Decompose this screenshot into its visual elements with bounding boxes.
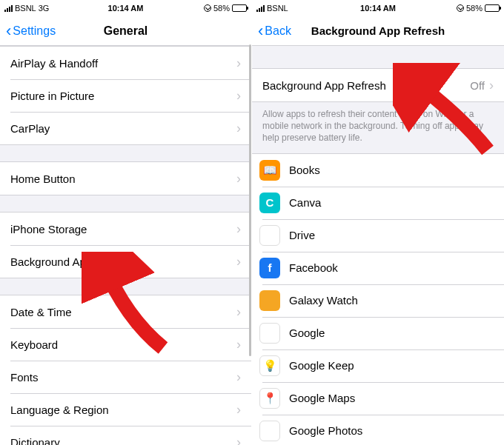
row-app-google-maps[interactable]: 📍Google Maps bbox=[252, 382, 504, 415]
clock: 10:14 AM bbox=[0, 4, 251, 13]
row-keyboard[interactable]: Keyboard› bbox=[0, 328, 251, 361]
row-home-button[interactable]: Home Button› bbox=[0, 162, 251, 195]
row-app-drive[interactable]: ▲Drive bbox=[252, 219, 504, 252]
row-bg-refresh-master[interactable]: Background App Refresh Off › bbox=[252, 69, 504, 101]
row-airplay-handoff[interactable]: AirPlay & Handoff› bbox=[0, 47, 251, 79]
chevron-right-icon: › bbox=[236, 171, 241, 187]
chevron-right-icon: › bbox=[236, 121, 241, 136]
section-footer: Allow apps to refresh their content when… bbox=[252, 102, 504, 147]
app-icon: 💡 bbox=[259, 355, 280, 376]
status-bar: BSNL 3G 10:14 AM 58% bbox=[0, 0, 251, 16]
row-app-facebook[interactable]: fFacebook bbox=[252, 252, 504, 284]
battery-icon bbox=[232, 4, 247, 12]
row-app-books[interactable]: 📖Books bbox=[252, 154, 504, 187]
app-icon: C bbox=[259, 193, 280, 213]
row-label: Google bbox=[289, 327, 325, 339]
row-label: Language & Region bbox=[10, 404, 109, 416]
battery-icon bbox=[485, 4, 500, 12]
app-icon bbox=[259, 290, 280, 311]
chevron-right-icon: › bbox=[236, 337, 241, 352]
row-app-galaxy-watch[interactable]: Galaxy Watch bbox=[252, 284, 504, 317]
row-date-time[interactable]: Date & Time› bbox=[0, 295, 251, 328]
status-bar: BSNL 10:14 AM 58% bbox=[252, 0, 504, 16]
row-label: Drive bbox=[289, 229, 315, 241]
row-label: Date & Time bbox=[10, 306, 72, 318]
chevron-right-icon: › bbox=[236, 221, 241, 237]
row-label: AirPlay & Handoff bbox=[10, 57, 98, 70]
row-label: CarPlay bbox=[10, 122, 50, 135]
scroll-indicator bbox=[249, 44, 251, 356]
row-carplay[interactable]: CarPlay› bbox=[0, 112, 251, 144]
chevron-right-icon: › bbox=[236, 254, 241, 270]
row-fonts[interactable]: Fonts› bbox=[0, 361, 251, 393]
row-label: Background App Refresh bbox=[262, 79, 386, 92]
row-label: Dictionary bbox=[10, 436, 60, 446]
row-label: Background App Refresh bbox=[10, 255, 134, 268]
row-app-canva[interactable]: CCanva bbox=[252, 187, 504, 219]
row-label: Canva bbox=[289, 196, 321, 209]
chevron-right-icon: › bbox=[236, 56, 241, 71]
chevron-right-icon: › bbox=[489, 78, 494, 93]
app-icon: 📖 bbox=[259, 160, 280, 181]
row-label: Keyboard bbox=[10, 338, 58, 351]
app-icon: f bbox=[259, 258, 280, 278]
row-label: Picture in Picture bbox=[10, 90, 94, 102]
phone-general: BSNL 3G 10:14 AM 58% ‹ Settings General … bbox=[0, 0, 252, 445]
nav-bar: ‹ Settings General bbox=[0, 16, 251, 46]
back-button[interactable]: ‹ Settings bbox=[6, 24, 56, 38]
chevron-right-icon: › bbox=[236, 402, 241, 418]
orientation-lock-icon bbox=[204, 4, 211, 12]
row-app-google[interactable]: GGoogle bbox=[252, 317, 504, 349]
back-label: Back bbox=[265, 24, 291, 38]
app-icon: 📍 bbox=[259, 388, 280, 409]
row-label: Fonts bbox=[10, 371, 39, 384]
row-background-app-refresh[interactable]: Background App Refresh› bbox=[0, 245, 251, 278]
row-language-region[interactable]: Language & Region› bbox=[0, 393, 251, 426]
row-label: Books bbox=[289, 164, 320, 176]
row-label: Home Button bbox=[10, 173, 76, 185]
row-iphone-storage[interactable]: iPhone Storage› bbox=[0, 213, 251, 245]
chevron-right-icon: › bbox=[236, 88, 241, 104]
nav-bar: ‹ Back Background App Refresh bbox=[252, 16, 504, 46]
chevron-right-icon: › bbox=[236, 369, 241, 385]
row-app-google-photos[interactable]: ✦Google Photos bbox=[252, 415, 504, 445]
app-icon: G bbox=[259, 323, 280, 344]
row-label: Google Maps bbox=[289, 392, 355, 404]
row-detail: Off bbox=[470, 79, 485, 92]
row-label: Google Photos bbox=[289, 424, 362, 437]
chevron-right-icon: › bbox=[236, 435, 241, 446]
app-icon: ✦ bbox=[259, 421, 280, 441]
row-label: Galaxy Watch bbox=[289, 294, 358, 307]
chevron-right-icon: › bbox=[236, 304, 241, 320]
back-button[interactable]: ‹ Back bbox=[258, 24, 291, 38]
row-label: Google Keep bbox=[289, 359, 354, 372]
row-label: Facebook bbox=[289, 261, 338, 274]
row-label: iPhone Storage bbox=[10, 223, 87, 235]
row-picture-in-picture[interactable]: Picture in Picture› bbox=[0, 79, 251, 112]
phone-bg-refresh: BSNL 10:14 AM 58% ‹ Back Background App … bbox=[252, 0, 504, 445]
row-app-google-keep[interactable]: 💡Google Keep bbox=[252, 349, 504, 382]
clock: 10:14 AM bbox=[252, 4, 504, 13]
back-label: Settings bbox=[13, 24, 56, 38]
orientation-lock-icon bbox=[457, 4, 464, 12]
row-dictionary[interactable]: Dictionary› bbox=[0, 426, 251, 445]
app-icon: ▲ bbox=[259, 225, 280, 246]
